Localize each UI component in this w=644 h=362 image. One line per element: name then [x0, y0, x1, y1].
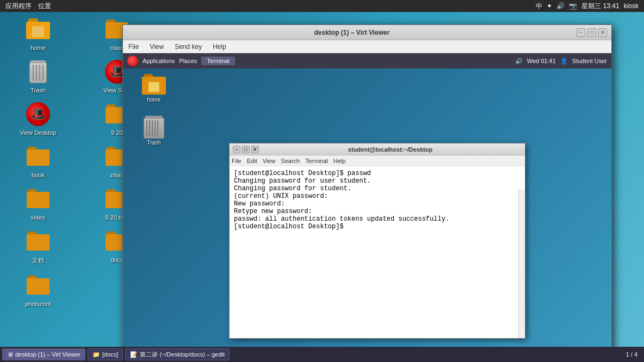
desktop-icon-book[interactable]: book: [16, 143, 60, 178]
virt-menubar: File View Send key Help: [123, 40, 611, 53]
virt-viewer-window: desktop (1) – Virt Viewer − □ ✕ File Vie…: [122, 24, 612, 356]
desktop-icon-view-desktop[interactable]: 🎩 View Desktop: [16, 101, 60, 136]
vm-terminal-tab[interactable]: Terminal: [201, 57, 235, 65]
home-folder-icon: [25, 16, 51, 42]
video-folder-icon: [25, 186, 51, 212]
system-topbar: 应用程序 位置 中 ✦ 🔊 📷 星期三 13:41 kiosk: [0, 0, 644, 12]
terminal-menu-file[interactable]: File: [232, 158, 242, 164]
vm-places-menu[interactable]: Places: [179, 58, 197, 64]
trash-can-icon: [25, 59, 51, 85]
terminal-scrollbar[interactable]: [518, 189, 525, 338]
class-label: class: [110, 45, 123, 51]
terminal-title: student@localhost:~/Desktop: [259, 146, 522, 153]
desktop-icons-left: home Trash 🎩 View: [16, 16, 60, 307]
terminal-menu-search[interactable]: Search: [281, 158, 300, 164]
ziliao-label: ziliao: [110, 172, 123, 178]
trash-label: Trash: [30, 87, 46, 93]
taskbar-gedit-icon: 📝: [130, 351, 138, 358]
terminal-menubar: File Edit View Search Terminal Help: [230, 155, 525, 166]
docs-label: docs: [110, 257, 123, 263]
vm-redhat-button[interactable]: [127, 55, 138, 66]
terminal-window-controls: − □ ✕: [233, 146, 259, 153]
terminal-titlebar: − □ ✕ student@localhost:~/Desktop: [230, 143, 525, 155]
taskbar-docs-label: [docs]: [102, 351, 118, 358]
vm-topbar: Applications Places Terminal 🔊 Wed 01:41…: [123, 53, 611, 68]
desktop-icon-home[interactable]: home: [16, 16, 60, 51]
terminal-menu-view[interactable]: View: [263, 158, 276, 164]
apps-menu[interactable]: 应用程序: [5, 2, 32, 11]
virt-window-controls: − □ ✕: [577, 28, 607, 37]
taskbar-gedit-label: 第二讲 (~/Desktop/docs) – gedit: [140, 351, 225, 359]
terminal-menu-terminal[interactable]: Terminal: [305, 158, 328, 164]
maximize-button[interactable]: □: [587, 28, 596, 37]
view-desktop-label: View Desktop: [20, 129, 56, 136]
taskbar-item-docs[interactable]: 📁 [docs]: [88, 348, 123, 360]
datetime-display: 星期三 13:41: [581, 2, 619, 11]
taskbar-desktop1-label: desktop (1) – Virt Viewer: [15, 351, 81, 358]
desktop-icon-trash[interactable]: Trash: [16, 59, 60, 93]
printscrint-folder-icon: [25, 272, 51, 298]
desktop-icon-wenzhang[interactable]: 文档: [16, 228, 60, 265]
video-label: video: [31, 214, 45, 221]
camera-icon[interactable]: 📷: [569, 2, 577, 10]
close-button[interactable]: ✕: [598, 28, 607, 37]
input-mode: 中: [536, 2, 542, 11]
taskbar-desktop1-icon: 🖥: [7, 351, 13, 358]
vm-trash-label: Trash: [147, 140, 160, 146]
redhat-icon-viewdesktop: 🎩: [25, 101, 51, 127]
volume-icon[interactable]: 🔊: [556, 2, 565, 10]
topbar-left: 应用程序 位置: [5, 2, 51, 11]
book-folder-icon: [25, 143, 51, 170]
home-label: home: [30, 45, 46, 51]
terminal-window: − □ ✕ student@localhost:~/Desktop File E…: [229, 143, 525, 339]
vm-datetime: Wed 01:41: [527, 58, 556, 64]
menu-sendkey[interactable]: Send key: [172, 42, 204, 52]
wenzhang-label: 文档: [32, 257, 44, 265]
vm-user-icon: 👤: [560, 58, 568, 65]
desktop-icon-video[interactable]: video: [16, 186, 60, 221]
desktop-icon-printscrint[interactable]: printscrint: [16, 272, 60, 307]
outer-desktop: 应用程序 位置 中 ✦ 🔊 📷 星期三 13:41 kiosk home: [0, 0, 644, 362]
minimize-button[interactable]: −: [577, 28, 585, 37]
virt-titlebar: desktop (1) – Virt Viewer − □ ✕: [123, 25, 611, 40]
vm-trash-icon: [144, 116, 164, 139]
wenzhang-folder-icon: [25, 228, 51, 254]
star-icon: ✦: [547, 2, 552, 10]
taskbar-item-gedit[interactable]: 📝 第二讲 (~/Desktop/docs) – gedit: [125, 348, 230, 360]
vm-panel-left: Applications Places Terminal: [127, 55, 235, 66]
taskbar-item-desktop1[interactable]: 🖥 desktop (1) – Virt Viewer: [2, 348, 85, 360]
terminal-menu-edit[interactable]: Edit: [247, 158, 257, 164]
terminal-maximize-btn[interactable]: □: [242, 146, 250, 153]
menu-file[interactable]: File: [126, 42, 141, 52]
book-label: book: [32, 172, 45, 178]
terminal-menu-help[interactable]: Help: [333, 158, 346, 164]
topbar-right: 中 ✦ 🔊 📷 星期三 13:41 kiosk: [536, 2, 639, 11]
vm-applications-menu[interactable]: Applications: [143, 58, 175, 64]
vm-home-label: home: [147, 97, 160, 103]
taskbar-docs-icon: 📁: [92, 351, 100, 358]
taskbar: 🖥 desktop (1) – Virt Viewer 📁 [docs] 📝 第…: [0, 347, 644, 362]
menu-help[interactable]: Help: [210, 42, 228, 52]
places-menu[interactable]: 位置: [38, 2, 51, 11]
vm-icon-home[interactable]: home: [135, 74, 173, 103]
terminal-content-area: [student@localhost Desktop]$ passwd Chan…: [230, 166, 525, 338]
terminal-tab-label: Terminal: [207, 58, 230, 64]
menu-view[interactable]: View: [147, 42, 166, 52]
kiosk-label: kiosk: [624, 2, 639, 10]
printscrint-label: printscrint: [25, 301, 51, 307]
vm-volume-icon[interactable]: 🔊: [515, 58, 523, 65]
terminal-close-btn[interactable]: ✕: [251, 146, 259, 153]
terminal-output[interactable]: [student@localhost Desktop]$ passwd Chan…: [230, 166, 525, 234]
vm-home-folder-icon: [142, 74, 166, 96]
terminal-minimize-btn[interactable]: −: [233, 146, 240, 153]
9-20-label: 9.20: [111, 129, 122, 136]
vm-panel-right: 🔊 Wed 01:41 👤 Student User: [515, 58, 607, 65]
virt-title-text: desktop (1) – Virt Viewer: [127, 29, 577, 36]
vm-username: Student User: [572, 58, 607, 64]
taskbar-pager: 1 / 4: [626, 351, 642, 358]
vm-desktop: Applications Places Terminal 🔊 Wed 01:41…: [123, 53, 611, 355]
vm-icon-trash[interactable]: Trash: [135, 116, 173, 146]
